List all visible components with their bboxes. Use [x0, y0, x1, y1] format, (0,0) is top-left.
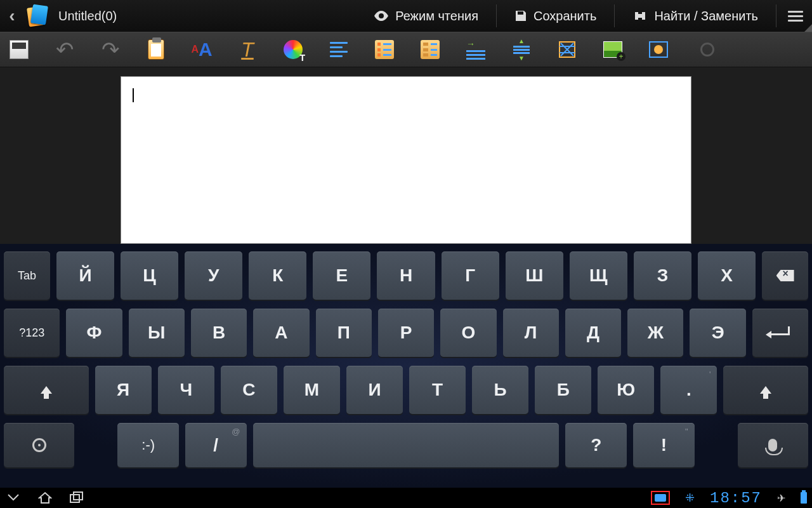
find-replace-button[interactable]: Найти / Заменить — [621, 0, 769, 32]
key-shift-left[interactable] — [4, 366, 89, 414]
key-letter[interactable]: Ц — [121, 251, 178, 300]
insert-shape-button[interactable] — [647, 38, 670, 61]
key-smiley[interactable]: :-) — [117, 423, 179, 467]
key-letter[interactable]: Я — [95, 366, 152, 414]
key-letter[interactable]: Т — [409, 366, 466, 414]
save-icon — [10, 40, 29, 59]
key-tab[interactable]: Tab — [4, 251, 50, 300]
key-letter[interactable]: В — [191, 309, 247, 357]
key-letter[interactable]: М — [284, 366, 340, 414]
image-icon — [603, 41, 622, 58]
key-letter[interactable]: Й — [56, 251, 114, 300]
bullet-list-button[interactable] — [373, 38, 396, 61]
font-size-button[interactable]: AA — [190, 38, 213, 61]
key-exclaim[interactable]: !" — [633, 423, 695, 467]
app-icon — [27, 5, 48, 27]
key-letter[interactable]: Ф — [66, 309, 122, 357]
key-slash[interactable]: /@ — [185, 423, 247, 467]
key-letter[interactable]: Н — [377, 251, 435, 300]
key-letter[interactable]: С — [221, 366, 277, 414]
keyboard-row-3: Я Ч С М И Т Ь Б Ю .' — [4, 366, 808, 414]
columns-button[interactable] — [556, 38, 579, 61]
on-screen-keyboard: Tab Й Ц У К Е Н Г Ш Щ З Х ?123 Ф Ы В А П… — [0, 244, 812, 488]
key-question[interactable]: ? — [565, 423, 627, 467]
document-area — [0, 67, 812, 244]
key-letter[interactable]: Ш — [506, 251, 563, 300]
key-letter[interactable]: Г — [442, 251, 499, 300]
save-button[interactable]: Сохранить — [503, 0, 608, 32]
key-letter[interactable]: У — [185, 251, 242, 300]
key-letter[interactable]: Э — [690, 309, 745, 357]
align-icon — [330, 42, 348, 57]
line-spacing-button[interactable]: ▲▼ — [510, 38, 533, 61]
key-symbols[interactable]: ?123 — [4, 309, 60, 357]
nav-hide-keyboard[interactable] — [5, 491, 22, 505]
key-letter[interactable]: Р — [378, 309, 434, 357]
key-letter[interactable]: Ь — [472, 366, 528, 414]
separator — [496, 4, 497, 27]
find-replace-label: Найти / Заменить — [654, 9, 758, 23]
key-letter[interactable]: А — [253, 309, 309, 357]
reading-mode-label: Режим чтения — [395, 9, 478, 23]
key-letter[interactable]: З — [634, 251, 691, 300]
key-mic[interactable] — [738, 423, 808, 467]
backspace-icon — [776, 270, 794, 281]
keyboard-row-2: ?123 Ф Ы В А П Р О Л Д Ж Э — [4, 309, 808, 357]
enter-icon — [771, 326, 790, 335]
key-letter[interactable]: П — [316, 309, 372, 357]
formatting-toolbar: ↶ ↷ AA T → ▲▼ — [0, 32, 812, 67]
insert-image-button[interactable] — [601, 38, 624, 61]
font-large-a: A — [199, 39, 213, 60]
nav-home[interactable] — [37, 491, 53, 505]
ime-indicator[interactable] — [651, 491, 670, 505]
key-backspace[interactable] — [762, 251, 808, 300]
undo-button[interactable]: ↶ — [53, 38, 76, 61]
align-button[interactable] — [327, 38, 350, 61]
undo-icon: ↶ — [56, 39, 74, 60]
font-color-button[interactable] — [282, 38, 304, 61]
bullet-list-icon — [375, 40, 394, 59]
redo-button[interactable]: ↷ — [99, 38, 122, 61]
document-page[interactable] — [121, 76, 691, 244]
toolbar-save-button[interactable] — [8, 38, 30, 61]
nav-recent[interactable] — [69, 491, 85, 505]
redo-icon: ↷ — [102, 39, 119, 60]
key-letter[interactable]: Ю — [598, 366, 654, 414]
key-letter[interactable]: Ж — [627, 309, 683, 357]
clipboard-button[interactable] — [145, 38, 167, 61]
key-letter[interactable]: Щ — [570, 251, 627, 300]
battery-icon — [801, 492, 807, 504]
back-button[interactable]: ‹ — [4, 0, 20, 32]
key-letter[interactable]: Ы — [129, 309, 185, 357]
svg-rect-1 — [74, 492, 82, 500]
key-letter[interactable]: О — [440, 309, 496, 357]
key-letter[interactable]: Ч — [158, 366, 214, 414]
key-letter[interactable]: Б — [535, 366, 591, 414]
key-letter[interactable]: К — [249, 251, 306, 300]
debug-icon[interactable]: ⁜ — [685, 491, 695, 505]
zoom-button[interactable] — [693, 38, 699, 61]
svg-rect-0 — [70, 495, 79, 502]
system-navbar: ⁜ 18:57 ✈ — [0, 488, 812, 508]
key-letter[interactable]: Л — [503, 309, 559, 357]
key-letter[interactable]: И — [346, 366, 403, 414]
key-letter[interactable]: Х — [698, 251, 756, 300]
key-letter[interactable]: Е — [313, 251, 370, 300]
indent-button[interactable]: → — [464, 38, 487, 61]
key-period[interactable]: .' — [660, 366, 717, 414]
indent-icon: → — [466, 39, 485, 60]
key-letter[interactable]: Д — [565, 309, 621, 357]
key-space[interactable] — [253, 423, 560, 467]
shift-icon — [41, 386, 52, 394]
status-clock[interactable]: 18:57 — [710, 490, 762, 507]
reading-mode-button[interactable]: Режим чтения — [362, 0, 490, 32]
key-enter[interactable] — [752, 309, 808, 357]
columns-icon — [558, 41, 576, 58]
eye-icon — [374, 11, 389, 21]
font-small-a: A — [191, 44, 199, 55]
key-shift-right[interactable] — [723, 366, 808, 414]
key-settings[interactable] — [4, 423, 74, 467]
number-list-button[interactable] — [419, 38, 442, 61]
text-style-button[interactable]: T — [236, 38, 259, 61]
mic-icon — [768, 439, 777, 451]
